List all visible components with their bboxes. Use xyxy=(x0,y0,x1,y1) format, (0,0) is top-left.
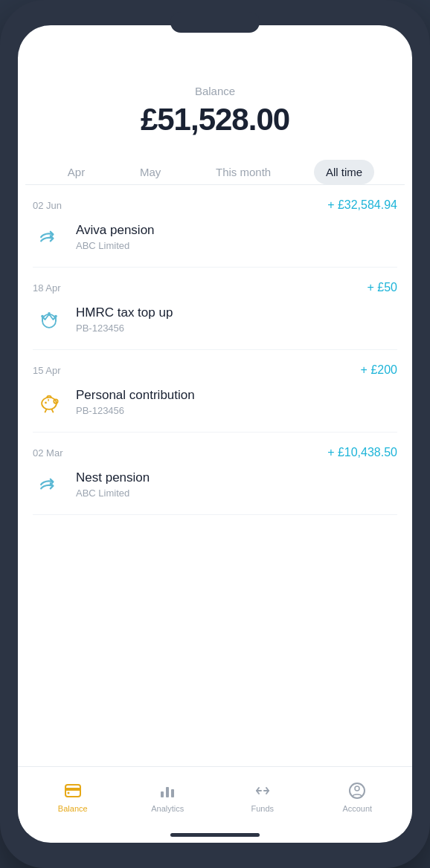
transaction-name: Aviva pension xyxy=(76,223,155,238)
svg-point-8 xyxy=(45,402,47,404)
transaction-date: 18 Apr xyxy=(33,282,61,294)
transaction-name: HMRC tax top up xyxy=(76,305,173,320)
transfer-icon xyxy=(33,468,65,501)
transaction-ref: ABC Limited xyxy=(76,240,155,251)
svg-line-6 xyxy=(45,409,47,412)
transaction-ref: ABC Limited xyxy=(76,488,150,499)
svg-point-16 xyxy=(355,786,359,791)
phone-frame: Balance £51,528.00 Apr May This month Al… xyxy=(0,0,430,868)
svg-point-1 xyxy=(41,315,44,318)
balance-amount: £51,528.00 xyxy=(40,102,390,137)
filter-apr[interactable]: Apr xyxy=(56,160,97,184)
account-icon xyxy=(347,780,368,801)
nav-analytics[interactable]: Analytics xyxy=(121,780,216,813)
bottom-nav: Balance Analytics xyxy=(18,766,412,833)
svg-point-11 xyxy=(67,791,69,794)
filter-this-month[interactable]: This month xyxy=(204,160,283,184)
nav-funds-label: Funds xyxy=(251,804,274,813)
home-indicator xyxy=(170,833,260,837)
transaction-name: Nest pension xyxy=(76,470,150,485)
nav-balance[interactable]: Balance xyxy=(25,780,121,813)
transaction-date: 02 Jun xyxy=(33,200,62,211)
nav-analytics-label: Analytics xyxy=(151,804,184,813)
svg-rect-10 xyxy=(65,788,80,791)
table-row: 18 Apr + £50 xyxy=(33,268,397,350)
transaction-date: 15 Apr xyxy=(33,365,61,376)
table-row: 02 Mar + £10,438.50 Nest pension AB xyxy=(33,433,397,515)
filter-may[interactable]: May xyxy=(128,160,173,184)
hmrc-icon xyxy=(33,303,65,336)
transaction-amount: + £10,438.50 xyxy=(327,446,397,459)
transaction-date: 02 Mar xyxy=(33,447,62,459)
phone-screen: Balance £51,528.00 Apr May This month Al… xyxy=(18,25,412,843)
balance-label: Balance xyxy=(40,85,390,97)
svg-point-3 xyxy=(54,315,57,318)
transaction-ref: PB-123456 xyxy=(76,405,195,416)
transfer-icon xyxy=(33,221,65,253)
transactions-list: 02 Jun + £32,584.94 Aviva pension A xyxy=(18,185,412,766)
transaction-name: Personal contribution xyxy=(76,388,195,403)
nav-funds[interactable]: Funds xyxy=(215,780,310,813)
notch xyxy=(170,12,260,33)
balance-icon xyxy=(62,780,83,801)
transaction-amount: + £200 xyxy=(361,363,397,377)
funds-icon xyxy=(252,780,273,801)
svg-line-7 xyxy=(52,409,54,412)
time-filter: Apr May This month All time xyxy=(25,145,405,185)
svg-rect-13 xyxy=(166,787,169,797)
svg-point-0 xyxy=(42,314,56,328)
svg-rect-12 xyxy=(161,791,164,797)
screen-content: Balance £51,528.00 Apr May This month Al… xyxy=(18,25,412,843)
svg-rect-14 xyxy=(171,789,174,797)
nav-balance-label: Balance xyxy=(58,804,88,813)
transaction-amount: + £32,584.94 xyxy=(327,198,397,212)
nav-account-label: Account xyxy=(342,804,372,813)
transaction-amount: + £50 xyxy=(368,281,397,294)
balance-section: Balance £51,528.00 xyxy=(18,70,412,145)
svg-point-2 xyxy=(48,312,51,315)
analytics-icon xyxy=(157,780,178,801)
table-row: 15 Apr + £200 xyxy=(33,350,397,433)
piggy-bank-icon xyxy=(33,386,65,418)
nav-account[interactable]: Account xyxy=(310,780,405,813)
filter-all-time[interactable]: All time xyxy=(314,160,374,184)
table-row: 02 Jun + £32,584.94 Aviva pension A xyxy=(33,185,397,268)
transaction-ref: PB-123456 xyxy=(76,323,173,334)
